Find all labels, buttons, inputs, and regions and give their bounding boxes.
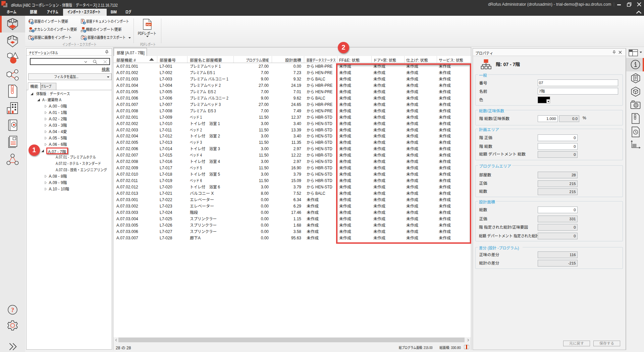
svg-text:PDF: PDF [146,23,151,26]
svg-text:?: ? [11,307,14,313]
